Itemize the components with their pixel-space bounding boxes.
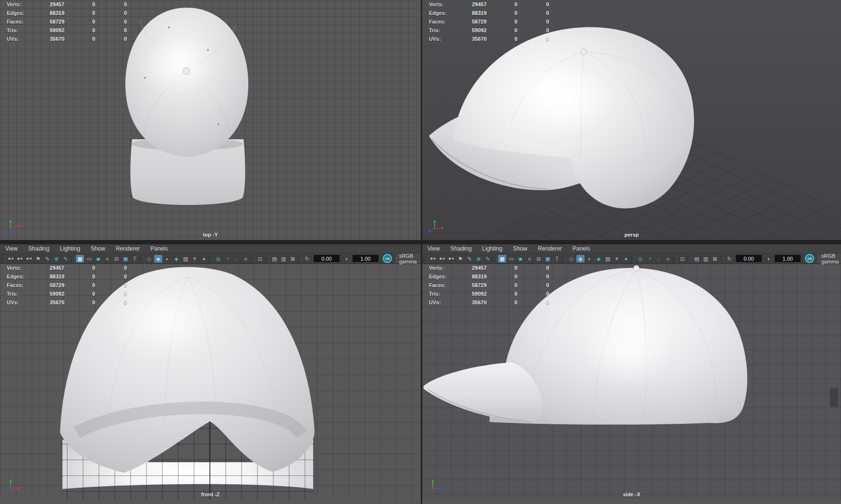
gamma-field[interactable]: 1.00 xyxy=(353,255,378,262)
film-gate-icon[interactable]: ▭ xyxy=(507,255,515,263)
viewport-front[interactable]: Verts:2945700Edges:8831900Faces:5872900T… xyxy=(0,264,421,500)
menu-panels[interactable]: Panels xyxy=(567,244,596,253)
gamma-field[interactable]: 1.00 xyxy=(775,255,801,262)
exposure-field[interactable]: 0.00 xyxy=(736,255,762,262)
wireframe-cube-icon[interactable]: ◇ xyxy=(145,255,153,263)
hud-stat-col2: 0 xyxy=(487,27,517,36)
shadows-icon[interactable]: ● xyxy=(200,255,208,263)
safe-title-icon[interactable]: T xyxy=(553,255,561,263)
lock-camera-icon[interactable]: ■◄ xyxy=(438,255,446,263)
pan-zoom-icon[interactable]: ⊕ xyxy=(475,255,483,263)
select-camera-icon[interactable]: ■◄ xyxy=(429,255,437,263)
toolbar-separator xyxy=(251,255,255,262)
safe-action-icon[interactable]: ▣ xyxy=(544,255,552,263)
multisample-icon[interactable]: ■ xyxy=(242,255,250,263)
menu-renderer[interactable]: Renderer xyxy=(110,244,145,253)
menu-shading[interactable]: Shading xyxy=(445,244,477,253)
motion-blur-icon[interactable]: ◔ xyxy=(223,255,232,263)
hud-stat-col2: 0 xyxy=(487,265,517,274)
hud-stat-col3: 0 xyxy=(517,265,549,274)
exposure-icon[interactable]: ↻ xyxy=(725,255,733,263)
pane-toggle-icon[interactable]: ⊠ xyxy=(711,255,719,263)
hud-stat-col3: 0 xyxy=(517,19,549,27)
greasepencil-icon[interactable]: ✎ xyxy=(484,255,492,263)
resolution-gate-icon[interactable]: ◙ xyxy=(94,255,102,263)
image-plane-icon[interactable]: ✎ xyxy=(43,255,51,263)
snapshot-icon[interactable]: ▤ xyxy=(693,255,701,263)
camera-attributes-icon[interactable]: ■◄ xyxy=(25,255,33,263)
color-management-toggle[interactable]: ON xyxy=(383,254,392,263)
menu-lighting[interactable]: Lighting xyxy=(477,244,508,253)
hud-stat-label: Verts: xyxy=(429,1,457,10)
lights-icon[interactable]: ☀ xyxy=(191,255,199,263)
menu-view[interactable]: View xyxy=(422,244,445,253)
hud-stat-col3: 0 xyxy=(517,10,549,19)
field-chart-icon[interactable]: ⊟ xyxy=(535,255,543,263)
image-plane-icon[interactable]: ✎ xyxy=(465,255,474,263)
motion-blur-icon[interactable]: ◔ xyxy=(646,255,654,263)
contrast-icon[interactable]: ◑ xyxy=(342,255,350,263)
camera-attributes-icon[interactable]: ■◄ xyxy=(447,255,455,263)
textured-icon[interactable]: ◈ xyxy=(172,255,181,263)
menu-renderer[interactable]: Renderer xyxy=(533,244,567,253)
view-label: persp xyxy=(422,232,841,238)
colorspace-label[interactable]: sRGB gamma xyxy=(395,253,421,264)
viewport-top[interactable]: Verts:2945700Edges:8831900Faces:5872900T… xyxy=(0,0,421,240)
pan-zoom-icon[interactable]: ⊕ xyxy=(52,255,61,263)
pane-toggle-icon[interactable]: ⊠ xyxy=(289,255,297,263)
smooth-shade-icon[interactable]: ◆ xyxy=(576,255,585,263)
bookmark-icon[interactable]: ⚑ xyxy=(34,255,42,263)
hud-stat-value: 88319 xyxy=(457,274,487,282)
menu-view[interactable]: View xyxy=(0,244,23,253)
menu-panels[interactable]: Panels xyxy=(145,244,173,253)
gate-mask-icon[interactable]: ■ xyxy=(103,255,111,263)
gate-mask-icon[interactable]: ■ xyxy=(525,255,534,263)
bookmark-icon[interactable]: ⚑ xyxy=(456,255,464,263)
color-management-toggle[interactable]: ON xyxy=(805,254,814,263)
lock-camera-icon[interactable]: ■◄ xyxy=(16,255,24,263)
hud-stat-col3: 0 xyxy=(517,282,549,291)
viewport-persp[interactable]: Verts:2945700Edges:8831900Faces:5872900T… xyxy=(422,0,841,240)
snapshot-icon[interactable]: ▤ xyxy=(270,255,279,263)
resolution-gate-icon[interactable]: ◙ xyxy=(516,255,524,263)
wireframe-on-shaded-icon[interactable]: ◐ xyxy=(585,255,594,263)
greasepencil-icon[interactable]: ✎ xyxy=(61,255,70,263)
safe-title-icon[interactable]: T xyxy=(131,255,139,263)
colorspace-label[interactable]: sRGB gamma xyxy=(817,253,841,264)
textured-icon[interactable]: ◈ xyxy=(595,255,603,263)
lights-icon[interactable]: ☀ xyxy=(613,255,621,263)
occlusion-icon[interactable]: ◎ xyxy=(636,255,645,263)
hud-stat-col2: 0 xyxy=(64,265,95,274)
menu-show[interactable]: Show xyxy=(508,244,533,253)
film-gate-icon[interactable]: ▭ xyxy=(85,255,93,263)
viewport-side[interactable]: Verts:2945700Edges:8831900Faces:5872900T… xyxy=(422,264,841,500)
exposure-icon[interactable]: ↻ xyxy=(303,255,311,263)
hud-stat-col2: 0 xyxy=(487,291,517,300)
menu-shading[interactable]: Shading xyxy=(23,244,55,253)
depth-of-field-icon[interactable]: ◌ xyxy=(232,255,241,263)
contrast-icon[interactable]: ◑ xyxy=(764,255,772,263)
hud-stat-col2: 0 xyxy=(64,10,95,19)
wireframe-cube-icon[interactable]: ◇ xyxy=(567,255,575,263)
occlusion-icon[interactable]: ◎ xyxy=(214,255,222,263)
scene-capture-icon[interactable]: ▥ xyxy=(702,255,710,263)
use-default-material-icon[interactable]: ▨ xyxy=(604,255,612,263)
field-chart-icon[interactable]: ⊟ xyxy=(112,255,121,263)
menu-lighting[interactable]: Lighting xyxy=(55,244,85,253)
grid-icon[interactable]: ▦ xyxy=(76,255,84,263)
isolate-select-icon[interactable]: ⊡ xyxy=(256,255,264,263)
multisample-icon[interactable]: ■ xyxy=(664,255,672,263)
menu-show[interactable]: Show xyxy=(85,244,110,253)
depth-of-field-icon[interactable]: ◌ xyxy=(655,255,663,263)
safe-action-icon[interactable]: ▣ xyxy=(122,255,130,263)
panel-divider-horizontal[interactable] xyxy=(0,240,841,244)
grid-icon[interactable]: ▦ xyxy=(498,255,506,263)
exposure-field[interactable]: 0.00 xyxy=(314,255,340,262)
smooth-shade-icon[interactable]: ◆ xyxy=(154,255,162,263)
scene-capture-icon[interactable]: ▥ xyxy=(280,255,288,263)
wireframe-on-shaded-icon[interactable]: ◐ xyxy=(163,255,171,263)
use-default-material-icon[interactable]: ▨ xyxy=(182,255,190,263)
isolate-select-icon[interactable]: ⊡ xyxy=(678,255,686,263)
select-camera-icon[interactable]: ■◄ xyxy=(7,255,15,263)
shadows-icon[interactable]: ● xyxy=(622,255,630,263)
